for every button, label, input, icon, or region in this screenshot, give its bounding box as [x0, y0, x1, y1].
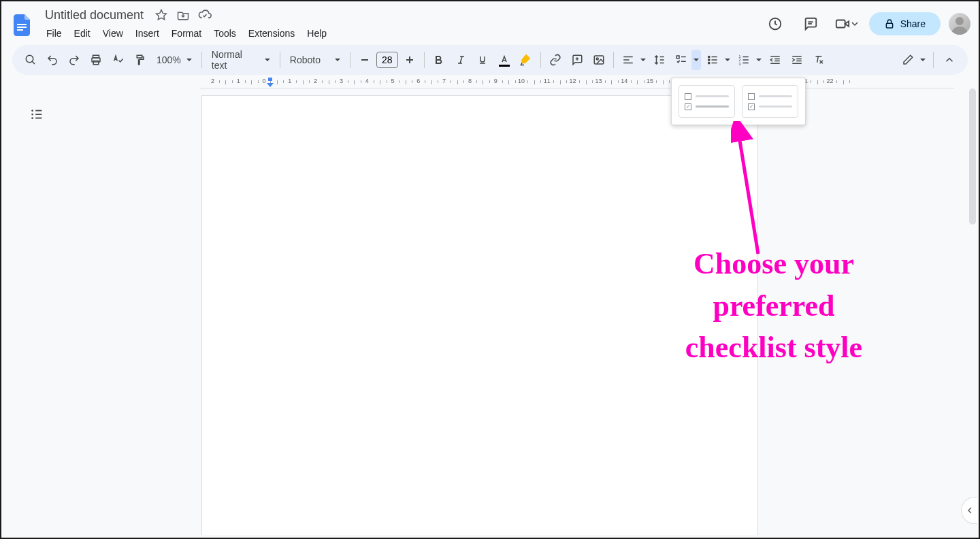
checklist-style-strikethrough[interactable] [679, 85, 735, 118]
menu-format[interactable]: Format [166, 25, 207, 42]
svg-rect-0 [17, 24, 27, 25]
styles-value: Normal text [212, 49, 259, 71]
star-icon[interactable] [153, 7, 169, 23]
line-spacing-button[interactable] [649, 50, 670, 70]
svg-point-60 [31, 110, 33, 112]
svg-line-21 [460, 56, 462, 63]
svg-point-26 [596, 58, 598, 60]
svg-rect-7 [836, 20, 845, 28]
menu-insert[interactable]: Insert [130, 25, 165, 42]
collapse-toolbar-button[interactable] [939, 50, 960, 70]
svg-marker-3 [157, 10, 167, 20]
svg-marker-59 [267, 83, 274, 87]
menu-view[interactable]: View [97, 25, 129, 42]
insert-link-button[interactable] [545, 50, 566, 70]
editing-mode-dropdown[interactable] [898, 50, 928, 70]
svg-rect-2 [17, 29, 23, 31]
comments-icon[interactable] [797, 10, 824, 37]
checklist-dropdown[interactable] [671, 50, 701, 70]
checklist-style-plain[interactable] [742, 85, 798, 118]
spellcheck-button[interactable] [108, 50, 128, 70]
search-menus-button[interactable] [20, 50, 41, 70]
cloud-status-icon[interactable] [197, 7, 213, 23]
separator [613, 52, 614, 68]
lock-icon [884, 18, 895, 29]
separator [424, 52, 425, 68]
menu-edit[interactable]: Edit [69, 25, 96, 42]
document-title[interactable]: Untitled document [41, 7, 148, 24]
separator [280, 52, 280, 68]
styles-dropdown[interactable]: Normal text [206, 46, 276, 74]
separator [540, 52, 541, 68]
clear-formatting-button[interactable] [808, 50, 829, 70]
svg-line-12 [32, 61, 35, 64]
indent-marker[interactable] [267, 78, 274, 87]
toolbar: 100% Normal text Roboto [12, 45, 968, 75]
numbered-list-dropdown[interactable]: 123 [734, 50, 764, 70]
checklist-dropdown-caret[interactable] [691, 50, 701, 70]
move-icon[interactable] [175, 7, 191, 23]
separator [350, 52, 350, 68]
svg-text:3: 3 [738, 62, 740, 66]
insert-image-button[interactable] [589, 50, 609, 70]
font-size-input[interactable] [376, 52, 398, 68]
svg-rect-9 [886, 23, 892, 28]
italic-button[interactable] [451, 50, 471, 70]
font-size-decrease-button[interactable] [355, 50, 375, 70]
menu-bar: File Edit View Insert Format Tools Exten… [41, 25, 762, 42]
share-button[interactable]: Share [869, 12, 941, 35]
svg-point-10 [956, 17, 964, 25]
title-bar: Untitled document File Edit View Insert … [1, 1, 979, 42]
menu-tools[interactable]: Tools [208, 25, 242, 42]
svg-point-62 [31, 117, 33, 119]
redo-button[interactable] [64, 50, 84, 70]
horizontal-ruler[interactable]: 21012345678910111213141516171819202122 [12, 78, 968, 88]
decrease-indent-button[interactable] [765, 50, 785, 70]
menu-extensions[interactable]: Extensions [243, 25, 300, 42]
print-button[interactable] [86, 50, 106, 70]
show-outline-button[interactable] [24, 102, 49, 127]
svg-point-37 [708, 59, 709, 61]
vertical-scrollbar[interactable] [969, 88, 976, 225]
svg-point-11 [26, 55, 33, 63]
meet-icon[interactable] [832, 10, 861, 37]
menu-help[interactable]: Help [301, 25, 332, 42]
increase-indent-button[interactable] [787, 50, 807, 70]
font-size-increase-button[interactable] [399, 50, 420, 70]
paint-format-button[interactable] [129, 50, 150, 70]
text-color-button[interactable] [494, 50, 514, 70]
document-page[interactable] [201, 95, 758, 535]
svg-rect-1 [17, 27, 27, 28]
underline-button[interactable] [472, 50, 493, 70]
font-size-stepper [355, 50, 420, 70]
align-dropdown[interactable] [618, 50, 648, 70]
undo-button[interactable] [42, 50, 63, 70]
app-window: Untitled document File Edit View Insert … [0, 0, 980, 539]
docs-logo-icon[interactable] [10, 13, 34, 37]
svg-point-61 [31, 114, 33, 116]
zoom-dropdown[interactable]: 100% [151, 52, 197, 68]
text-color-indicator [499, 65, 510, 67]
document-area [4, 88, 976, 535]
user-avatar[interactable] [949, 13, 970, 35]
highlight-button[interactable] [516, 50, 536, 70]
font-dropdown[interactable]: Roboto [284, 52, 346, 68]
history-icon[interactable] [762, 10, 789, 37]
svg-rect-33 [676, 56, 679, 59]
svg-point-36 [708, 56, 709, 57]
checklist-style-popup [671, 78, 806, 125]
separator [201, 52, 202, 68]
bulleted-list-dropdown[interactable] [702, 50, 732, 70]
svg-point-38 [708, 62, 709, 63]
separator [933, 52, 934, 68]
zoom-value: 100% [157, 54, 181, 65]
bold-button[interactable] [429, 50, 449, 70]
share-label: Share [900, 18, 926, 29]
svg-rect-58 [268, 78, 272, 81]
font-value: Roboto [290, 54, 321, 65]
insert-comment-button[interactable] [567, 50, 587, 70]
menu-file[interactable]: File [41, 25, 67, 42]
